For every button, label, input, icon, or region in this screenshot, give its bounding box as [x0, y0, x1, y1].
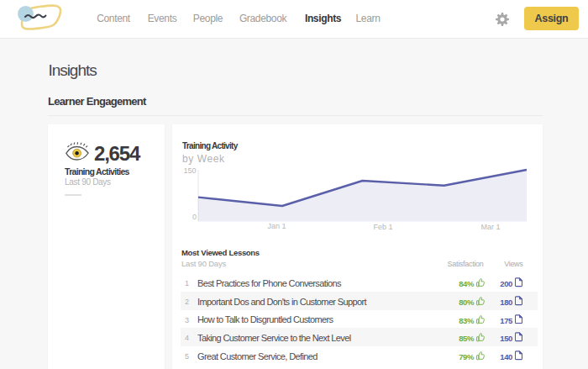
svg-text:Jan 1: Jan 1	[267, 222, 286, 230]
svg-text:Feb 1: Feb 1	[373, 223, 392, 231]
svg-text:150: 150	[183, 166, 196, 175]
svg-text:0: 0	[192, 213, 197, 221]
svg-text:Mar 1: Mar 1	[480, 223, 500, 231]
